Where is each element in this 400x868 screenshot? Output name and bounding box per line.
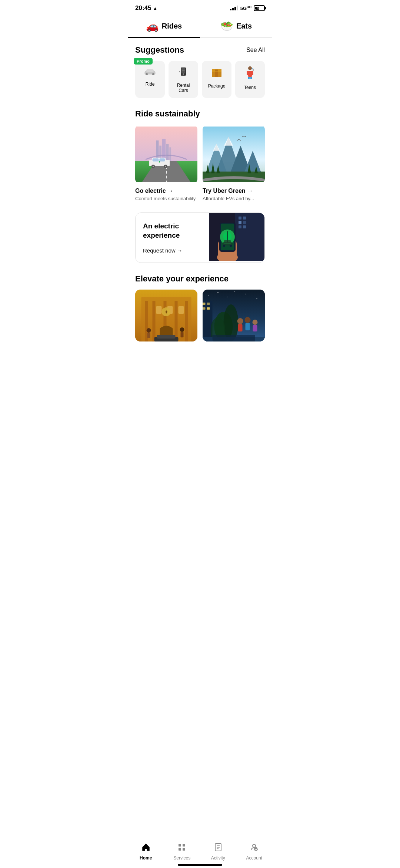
- go-electric-subtitle: Comfort meets sustainability: [135, 196, 197, 201]
- svg-rect-106: [238, 324, 243, 331]
- svg-rect-108: [246, 323, 250, 330]
- electric-banner-image: [209, 213, 264, 261]
- see-all-button[interactable]: See All: [246, 47, 265, 53]
- teens-label: Teens: [244, 85, 256, 90]
- activity-icon: [214, 843, 223, 846]
- network-label: 5GUC: [240, 5, 251, 11]
- svg-rect-29: [169, 147, 171, 161]
- svg-point-92: [217, 292, 218, 293]
- go-electric-image: [135, 125, 197, 184]
- status-time: 20:45: [135, 4, 151, 12]
- svg-point-91: [209, 295, 209, 296]
- svg-rect-112: [213, 335, 255, 341]
- svg-point-84: [147, 328, 151, 333]
- svg-rect-58: [243, 221, 246, 224]
- service-card-teens[interactable]: Teens: [235, 61, 265, 98]
- package-label: Package: [208, 83, 226, 89]
- elevate-section: Elevate your experience: [135, 274, 265, 341]
- svg-point-38: [165, 166, 166, 167]
- main-content: Suggestions See All Promo Ride: [128, 38, 272, 846]
- package-icon: [210, 66, 223, 80]
- svg-rect-55: [239, 217, 241, 220]
- battery-text: 50: [257, 6, 261, 10]
- sustainably-cards: Go electric → Comfort meets sustainabili…: [135, 125, 265, 201]
- uber-green-title: Try Uber Green →: [203, 188, 265, 194]
- uber-green-card[interactable]: Try Uber Green → Affordable EVs and hy..…: [203, 125, 265, 201]
- svg-rect-101: [207, 307, 210, 310]
- home-icon: [141, 843, 150, 846]
- rental-label: Rental Cars: [172, 83, 194, 93]
- electric-experience-banner[interactable]: An electric experience Request now →: [135, 212, 265, 263]
- nav-services[interactable]: Services: [164, 843, 200, 846]
- status-left: 20:45 ▲: [135, 4, 157, 12]
- status-right: 5GUC 50: [230, 5, 265, 11]
- go-electric-card[interactable]: Go electric → Comfort meets sustainabili…: [135, 125, 197, 201]
- tab-rides-label: Rides: [162, 22, 182, 30]
- ride-label: Ride: [146, 82, 155, 87]
- bottom-nav: Home Services Activity: [128, 839, 272, 846]
- tab-eats-label: Eats: [236, 22, 252, 30]
- service-card-ride[interactable]: Promo Ride: [135, 61, 165, 98]
- svg-text:✦: ✦: [164, 310, 168, 315]
- tab-rides[interactable]: 🚗 Rides: [128, 15, 200, 37]
- svg-rect-117: [215, 844, 221, 846]
- services-icon: [177, 843, 186, 846]
- top-tabs: 🚗 Rides 🥗 Eats: [128, 15, 272, 38]
- suggestions-title: Suggestions: [135, 45, 184, 55]
- svg-rect-22: [253, 69, 254, 71]
- signal-bar-1: [230, 9, 231, 10]
- elevate-title: Elevate your experience: [135, 274, 265, 284]
- svg-rect-20: [250, 77, 252, 79]
- service-card-package[interactable]: Package: [202, 61, 231, 98]
- svg-rect-113: [179, 844, 181, 846]
- svg-rect-56: [243, 217, 246, 220]
- svg-rect-81: [179, 306, 184, 314]
- nav-account[interactable]: Account: [236, 843, 273, 846]
- svg-rect-2: [146, 69, 154, 72]
- account-icon: [250, 843, 259, 846]
- svg-rect-97: [203, 301, 213, 341]
- svg-point-7: [183, 73, 184, 75]
- night-card[interactable]: [203, 290, 265, 341]
- svg-point-3: [146, 73, 148, 75]
- location-icon: ▲: [153, 6, 157, 11]
- signal-bar-4: [237, 6, 238, 10]
- hotel-card[interactable]: ✦: [135, 290, 197, 341]
- uber-green-image: [203, 125, 265, 184]
- service-card-rental[interactable]: Rental Cars: [169, 61, 198, 98]
- svg-rect-54: [235, 213, 264, 261]
- signal-bar-3: [234, 7, 236, 10]
- svg-rect-18: [251, 71, 253, 75]
- nav-home[interactable]: Home: [128, 843, 164, 846]
- svg-point-105: [237, 318, 243, 324]
- ride-sustainably-title: Ride sustainably: [135, 109, 265, 119]
- svg-point-71: [230, 245, 232, 247]
- svg-point-86: [180, 327, 184, 332]
- teens-icon: [244, 66, 256, 82]
- svg-point-36: [153, 166, 154, 167]
- svg-rect-100: [203, 307, 206, 310]
- svg-point-107: [245, 317, 251, 323]
- svg-point-95: [256, 298, 257, 299]
- status-bar: 20:45 ▲ 5GUC 50: [128, 0, 272, 15]
- promo-badge: Promo: [134, 58, 153, 65]
- tab-eats[interactable]: 🥗 Eats: [200, 15, 272, 37]
- ride-sustainably-section: Ride sustainably: [135, 109, 265, 201]
- svg-rect-87: [181, 332, 184, 337]
- svg-rect-28: [166, 144, 169, 161]
- svg-point-121: [253, 844, 256, 846]
- rental-icon: [178, 66, 189, 80]
- svg-rect-59: [239, 225, 241, 228]
- svg-point-94: [246, 294, 246, 294]
- nav-activity[interactable]: Activity: [200, 843, 236, 846]
- svg-rect-99: [207, 303, 210, 305]
- service-cards: Promo Ride: [135, 61, 265, 98]
- svg-point-39: [159, 161, 160, 163]
- svg-rect-8: [182, 70, 185, 71]
- svg-rect-114: [183, 844, 185, 846]
- svg-rect-98: [203, 303, 206, 305]
- electric-banner-title: An electric experience: [143, 222, 201, 240]
- svg-rect-89: [157, 335, 176, 339]
- eats-icon: 🥗: [220, 20, 233, 32]
- svg-rect-110: [253, 325, 257, 331]
